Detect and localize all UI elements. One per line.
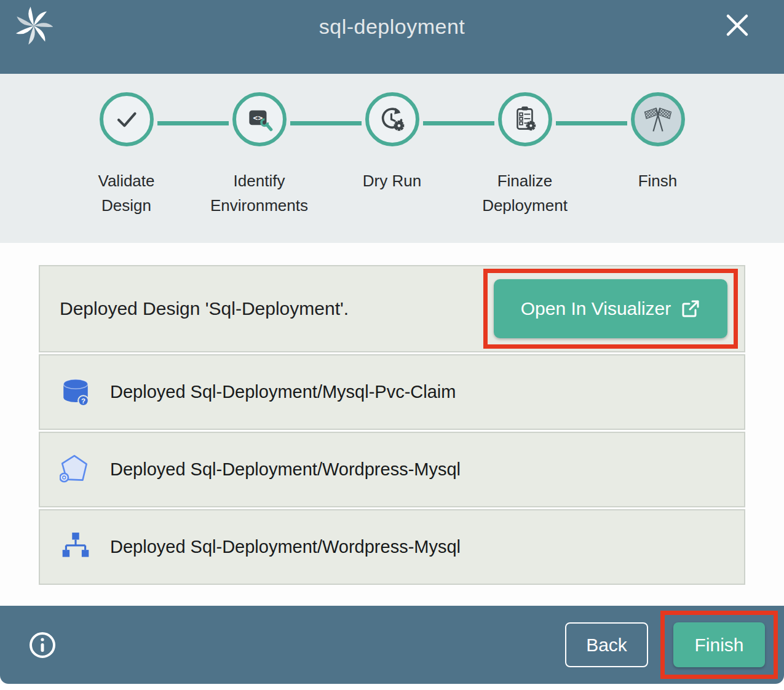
stepper: Validate Design <> Identify Environments xyxy=(0,74,784,243)
info-icon[interactable] xyxy=(28,630,57,660)
deployment-results: Deployed Design 'Sql-Deployment'. Open I… xyxy=(0,243,784,606)
code-config-icon: <> xyxy=(244,103,275,135)
modal-header: sql-deployment xyxy=(0,0,784,74)
open-in-visualizer-button[interactable]: Open In Visualizer xyxy=(494,279,727,338)
clipboard-gear-icon xyxy=(509,103,541,135)
back-button[interactable]: Back xyxy=(565,622,648,667)
step-circle-finalize xyxy=(498,92,552,146)
step-identify-environments: <> Identify Environments xyxy=(193,92,326,218)
design-status-row: Deployed Design 'Sql-Deployment'. Open I… xyxy=(39,265,745,352)
result-row-text: Deployed Sql-Deployment/Wordpress-Mysql xyxy=(110,459,461,480)
svg-text:?: ? xyxy=(81,397,85,404)
dry-run-icon xyxy=(376,103,408,135)
step-label: Dry Run xyxy=(363,169,421,193)
step-circle-identify: <> xyxy=(232,92,287,146)
step-circle-finish xyxy=(631,92,685,146)
pvc-database-icon: ? xyxy=(60,376,92,408)
deployment-modal: sql-deployment Validate Design xyxy=(0,0,784,684)
launch-icon xyxy=(681,299,700,319)
step-label: Finsh xyxy=(638,169,678,193)
annotation-box-finish: Finish xyxy=(660,611,778,679)
modal-footer: Back Finish xyxy=(0,606,784,684)
design-status-text: Deployed Design 'Sql-Deployment'. xyxy=(60,298,349,319)
step-label: Validate Design xyxy=(71,169,182,218)
step-dry-run: Dry Run xyxy=(326,92,459,218)
finish-button[interactable]: Finish xyxy=(673,622,765,667)
close-icon[interactable] xyxy=(723,11,751,39)
footer-actions: Back Finish xyxy=(565,611,778,679)
result-row-text: Deployed Sql-Deployment/Wordpress-Mysql xyxy=(110,537,461,557)
finish-flags-icon xyxy=(641,103,675,136)
step-validate-design: Validate Design xyxy=(60,92,193,218)
modal-title: sql-deployment xyxy=(0,15,784,39)
step-label: Identify Environments xyxy=(204,169,315,218)
deployment-tree-icon xyxy=(60,531,92,563)
check-icon xyxy=(111,103,143,135)
step-label: Finalize Deployment xyxy=(470,169,580,218)
result-row-service: Deployed Sql-Deployment/Wordpress-Mysql xyxy=(39,432,745,507)
annotation-box-visualizer: Open In Visualizer xyxy=(483,269,738,349)
step-finish: Finsh xyxy=(592,92,724,218)
open-in-visualizer-label: Open In Visualizer xyxy=(521,298,671,319)
result-row-text: Deployed Sql-Deployment/Mysql-Pvc-Claim xyxy=(110,382,456,402)
result-row-deployment: Deployed Sql-Deployment/Wordpress-Mysql xyxy=(39,509,745,585)
result-row-pvc: ? Deployed Sql-Deployment/Mysql-Pvc-Clai… xyxy=(39,354,745,430)
step-circle-validate xyxy=(100,92,154,146)
service-pentagon-icon xyxy=(60,454,92,486)
step-circle-dry-run xyxy=(365,92,419,146)
step-finalize-deployment: Finalize Deployment xyxy=(459,92,592,218)
